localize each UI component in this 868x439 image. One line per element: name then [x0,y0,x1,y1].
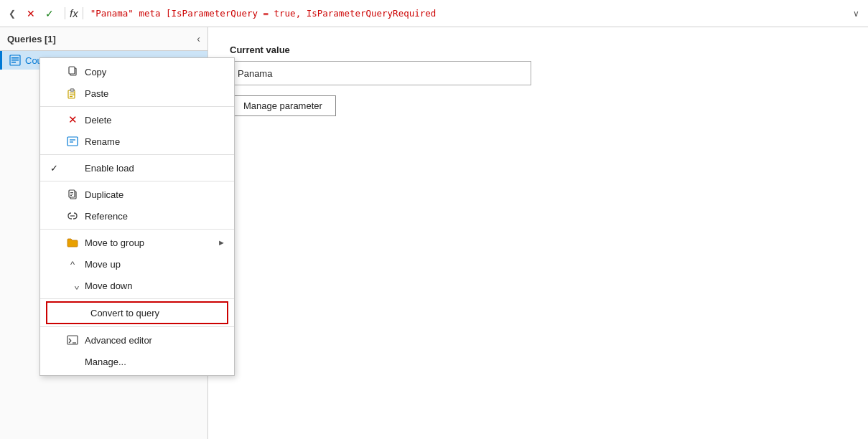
paste-icon [66,87,79,100]
separator-1 [40,106,234,107]
fx-label: fx [65,7,83,19]
queries-header: Queries [1] ‹ [0,27,207,51]
queries-title: Queries [1] [7,34,56,44]
folder-icon [66,236,79,249]
separator-6 [40,326,234,327]
svg-rect-3 [11,62,16,63]
menu-item-move-up[interactable]: ^ Move up [40,253,234,275]
menu-label-copy: Copy [85,67,225,77]
menu-label-move-up: Move up [85,259,225,270]
menu-item-delete[interactable]: ✕ Delete [40,109,234,131]
menu-item-enable-load[interactable]: ✓ Enable load [40,157,234,179]
duplicate-icon [66,188,79,201]
separator-4 [40,229,234,230]
formula-bar: ❮ ✕ ✓ fx "Panama" meta [IsParameterQuery… [0,0,868,27]
menu-label-delete: Delete [85,115,225,126]
formula-bar-chevron[interactable]: ❮ [6,7,19,20]
formula-content[interactable]: "Panama" meta [IsParameterQuery = true, … [90,8,846,19]
formula-expand-button[interactable]: ∨ [850,7,862,20]
svg-rect-8 [70,93,75,93]
svg-line-22 [69,341,71,343]
svg-rect-5 [69,67,75,74]
menu-item-move-down[interactable]: ^ Move down [40,275,234,296]
formula-confirm-button[interactable]: ✓ [42,7,57,20]
menu-item-manage[interactable]: Manage... [40,351,234,372]
menu-check-enable-load: ✓ [47,163,60,174]
menu-label-move-to-group: Move to group [85,237,212,248]
current-value-input[interactable] [230,61,531,85]
svg-rect-10 [70,96,73,97]
menu-item-paste[interactable]: Paste [40,82,234,104]
menu-label-reference: Reference [85,211,225,222]
right-panel: Current value Manage parameter [208,27,868,439]
formula-cancel-button[interactable]: ✕ [23,7,39,20]
menu-label-advanced-editor: Advanced editor [85,335,225,346]
menu-item-rename[interactable]: Rename [40,131,234,152]
menu-label-move-down: Move down [85,280,225,291]
move-to-group-arrow-icon: ► [218,238,225,247]
separator-2 [40,154,234,155]
separator-5 [40,298,234,299]
current-value-label: Current value [230,44,846,55]
context-menu: Copy Paste [39,57,235,376]
query-item-icon [9,55,21,66]
manage-parameter-button[interactable]: Manage parameter [230,95,336,116]
svg-line-21 [69,339,71,341]
svg-rect-7 [70,89,74,91]
reference-icon [66,209,79,222]
svg-rect-11 [67,137,78,146]
svg-rect-2 [11,60,19,61]
menu-item-reference[interactable]: Reference [40,205,234,227]
advanced-editor-icon [66,334,79,346]
menu-label-manage: Manage... [85,357,225,367]
menu-label-convert-to-query: Convert to query [90,308,221,318]
formula-bar-actions: ✕ ✓ [23,7,57,20]
queries-collapse-button[interactable]: ‹ [197,33,200,44]
menu-item-move-to-group[interactable]: Move to group ► [40,232,234,253]
convert-to-query-icon [72,306,85,319]
menu-item-convert-to-query[interactable]: Convert to query [46,301,228,324]
svg-rect-9 [70,95,75,95]
left-panel: Queries [1] ‹ CountryName (Panama) [0,27,208,439]
menu-item-advanced-editor[interactable]: Advanced editor [40,329,234,351]
enable-load-icon [66,161,79,174]
menu-label-enable-load: Enable load [85,163,225,174]
rename-icon [66,135,79,148]
manage-icon [66,355,79,368]
delete-icon: ✕ [66,113,79,126]
menu-item-duplicate[interactable]: Duplicate [40,184,234,205]
menu-label-duplicate: Duplicate [85,189,225,200]
menu-label-paste: Paste [85,88,225,99]
separator-3 [40,181,234,181]
move-down-icon: ^ [66,279,79,292]
main-layout: Queries [1] ‹ CountryName (Panama) [0,27,868,439]
copy-icon [66,65,79,78]
menu-label-rename: Rename [85,136,225,147]
menu-item-copy[interactable]: Copy [40,61,234,82]
svg-rect-1 [11,57,19,59]
move-up-icon: ^ [66,258,79,270]
